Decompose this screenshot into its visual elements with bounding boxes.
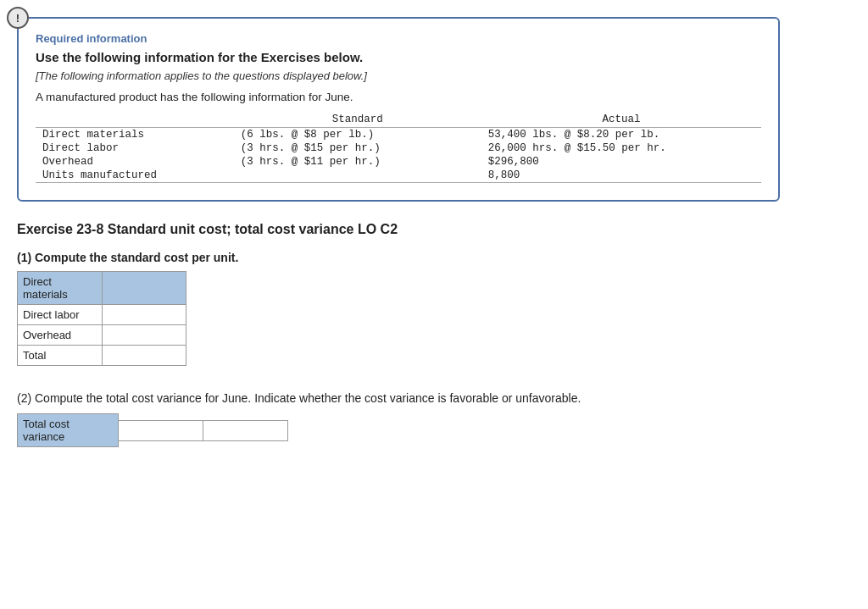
info-table: Standard Actual Direct materials(6 lbs. …	[36, 112, 761, 183]
cost-row-input[interactable]	[102, 346, 186, 366]
row-label: Direct labor	[36, 141, 234, 155]
variance-input1[interactable]	[119, 420, 203, 441]
cost-row: Direct labor	[18, 305, 186, 325]
table-row: Units manufactured8,800	[36, 169, 761, 183]
col-header-actual: Actual	[481, 112, 761, 128]
cost-row: Overhead	[18, 325, 186, 346]
cost-row-label: Overhead	[18, 325, 103, 346]
variance-input2[interactable]	[203, 420, 288, 441]
variance-row: Total cost variance	[17, 413, 851, 447]
row-label: Direct materials	[36, 128, 234, 142]
row-standard: (3 hrs. @ $15 per hr.)	[234, 141, 481, 155]
variance-label: Total cost variance	[17, 413, 119, 447]
part2-label: (2) Compute the total cost variance for …	[17, 391, 851, 405]
table-row: Overhead(3 hrs. @ $11 per hr.)$296,800	[36, 155, 761, 169]
cost-row-label: Direct labor	[18, 305, 103, 325]
info-description: A manufactured product has the following…	[36, 91, 761, 103]
info-title: Use the following information for the Ex…	[36, 50, 761, 64]
info-icon: !	[7, 7, 29, 29]
info-box: ! Required information Use the following…	[17, 17, 780, 202]
cost-row: Directmaterials	[18, 272, 186, 305]
cost-row-input[interactable]	[102, 325, 186, 346]
cost-row-input[interactable]	[102, 272, 186, 305]
italic-note: [The following information applies to th…	[36, 69, 761, 82]
row-actual: $296,800	[481, 155, 761, 169]
cost-row-label: Total	[18, 346, 103, 366]
row-actual: 53,400 lbs. @ $8.20 per lb.	[481, 128, 761, 142]
cost-row: Total	[18, 346, 186, 366]
cost-table: DirectmaterialsDirect laborOverheadTotal	[17, 271, 186, 366]
part1-section: (1) Compute the standard cost per unit. …	[17, 251, 851, 366]
col-header-label	[36, 112, 234, 128]
cost-row-label: Directmaterials	[18, 272, 103, 305]
table-row: Direct materials(6 lbs. @ $8 per lb.)53,…	[36, 128, 761, 142]
cost-row-input[interactable]	[102, 305, 186, 325]
row-label: Overhead	[36, 155, 234, 169]
row-standard: (3 hrs. @ $11 per hr.)	[234, 155, 481, 169]
part2-section: (2) Compute the total cost variance for …	[17, 391, 851, 447]
row-label: Units manufactured	[36, 169, 234, 183]
exercise-title: Exercise 23-8 Standard unit cost; total …	[17, 222, 851, 237]
row-actual: 8,800	[481, 169, 761, 183]
part1-label: (1) Compute the standard cost per unit.	[17, 251, 851, 264]
required-label: Required information	[36, 32, 761, 45]
col-header-standard: Standard	[234, 112, 481, 128]
table-row: Direct labor(3 hrs. @ $15 per hr.)26,000…	[36, 141, 761, 155]
row-actual: 26,000 hrs. @ $15.50 per hr.	[481, 141, 761, 155]
row-standard: (6 lbs. @ $8 per lb.)	[234, 128, 481, 142]
row-standard	[234, 169, 481, 183]
